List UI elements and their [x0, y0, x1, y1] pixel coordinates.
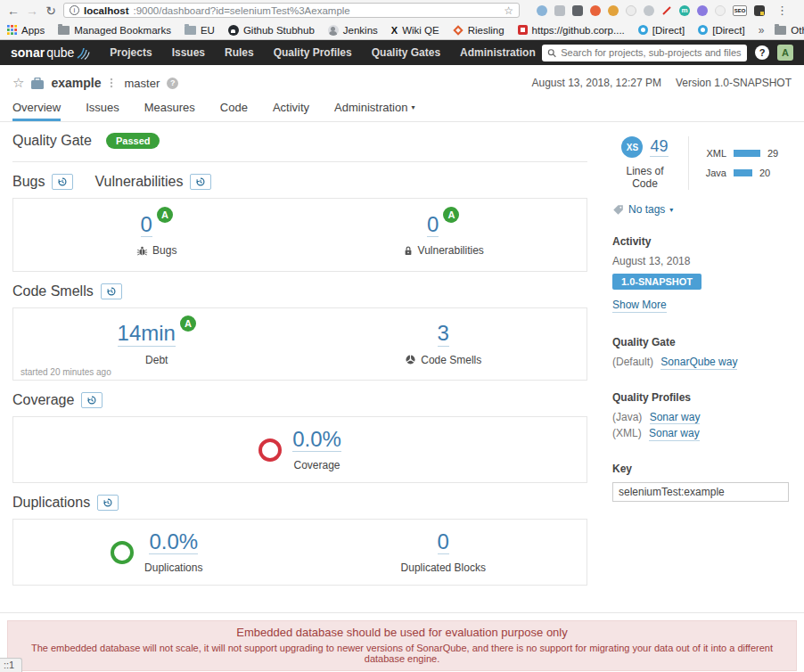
bookmark-star-icon[interactable]: ☆	[504, 4, 513, 17]
info-icon[interactable]: i	[70, 5, 79, 15]
seo-icon[interactable]: SEO	[733, 5, 747, 16]
nav-administration[interactable]: Administration	[460, 46, 536, 59]
quality-gate-link[interactable]: SonarQube way	[660, 356, 737, 370]
version-badge: 1.0-SNAPSHOT	[612, 274, 701, 290]
ext-pale-circle-icon[interactable]	[715, 5, 726, 16]
forward-icon[interactable]: →	[26, 4, 38, 17]
bookmark-managed[interactable]: Managed Bookmarks	[58, 25, 171, 36]
global-search[interactable]	[542, 45, 747, 61]
extensions-bar: m SEO	[537, 5, 765, 16]
branch-help-icon[interactable]: ?	[167, 78, 178, 89]
language-name: Java	[703, 168, 726, 178]
quality-gate-line: (Default) SonarQube way	[612, 356, 792, 370]
tab-issues[interactable]: Issues	[86, 96, 119, 121]
ext-light-circle-icon[interactable]	[626, 5, 636, 16]
analysis-meta: August 13, 2018, 12:27 PM Version 1.0-SN…	[532, 77, 792, 89]
bookmark-label: https://github.corp....	[532, 25, 625, 36]
bookmark-github-corp[interactable]: https://github.corp....	[518, 25, 625, 36]
project-name[interactable]: example	[51, 76, 101, 90]
pocket-icon[interactable]	[572, 5, 583, 16]
logo-sonar: sonar	[11, 45, 45, 60]
bookmark-riesling[interactable]: Riesling	[453, 25, 505, 36]
nav-quality-profiles[interactable]: Quality Profiles	[274, 46, 352, 59]
code-smells-value-link[interactable]: 3	[438, 322, 449, 346]
quality-gate-status-badge: Passed	[106, 133, 160, 149]
nav-projects[interactable]: Projects	[110, 46, 152, 59]
ext-purple-hex-icon[interactable]	[697, 5, 708, 16]
tab-code[interactable]: Code	[220, 96, 248, 121]
key-heading: Key	[612, 463, 792, 475]
tab-measures[interactable]: Measures	[144, 96, 195, 121]
browser-menu-icon[interactable]: ⋮	[776, 4, 788, 17]
bugs-value-link[interactable]: 0	[141, 213, 152, 237]
coverage-value-link[interactable]: 0.0%	[292, 428, 341, 452]
coverage-card: 0.0% Coverage	[12, 416, 587, 483]
tab-activity[interactable]: Activity	[273, 96, 309, 121]
bookmarks-bar: Apps Managed Bookmarks EU Github Stubhub…	[0, 20, 804, 39]
back-icon[interactable]: ←	[7, 4, 20, 17]
bugs-history-button[interactable]	[52, 174, 73, 190]
bookmark-github-stubhub[interactable]: Github Stubhub	[228, 25, 315, 36]
bookmarks-overflow-icon[interactable]: »	[759, 24, 765, 37]
vulnerabilities-history-button[interactable]	[190, 174, 211, 190]
bookmark-eu[interactable]: EU	[185, 25, 215, 36]
nav-issues[interactable]: Issues	[172, 46, 205, 59]
activity-heading: Activity	[612, 235, 792, 248]
code-smells-label-text: Code Smells	[421, 354, 481, 366]
sonarqube-logo[interactable]: sonarqube	[11, 45, 92, 60]
pen-icon[interactable]	[661, 5, 672, 16]
favorite-star-icon[interactable]: ☆	[12, 75, 24, 91]
nav-quality-gates[interactable]: Quality Gates	[372, 46, 440, 59]
nav-rules[interactable]: Rules	[225, 46, 254, 59]
search-input[interactable]	[561, 47, 742, 58]
duplications-section-header: Duplications	[12, 495, 587, 511]
language-value: 20	[759, 168, 770, 178]
language-value: 29	[767, 148, 778, 159]
vulnerabilities-label-text: Vulnerabilities	[418, 244, 484, 257]
bookmark-jenkins[interactable]: Jenkins	[328, 25, 378, 36]
tags-dropdown[interactable]: No tags ▾	[612, 203, 792, 216]
quality-profile-link[interactable]: Sonar way	[649, 428, 700, 441]
coverage-label-text: Coverage	[293, 459, 340, 471]
analysis-version: Version 1.0-SNAPSHOT	[676, 77, 792, 89]
code-smell-icon	[405, 354, 416, 365]
debt-label: Debt	[145, 354, 168, 366]
bookmark-apps[interactable]: Apps	[7, 25, 45, 36]
other-bookmarks[interactable]: Other Bookmarks	[775, 25, 804, 36]
reload-icon[interactable]: ↻	[45, 4, 57, 17]
language-bar	[734, 150, 760, 157]
bookmark-direct-1[interactable]: [Direct]	[638, 25, 685, 36]
duplications-history-button[interactable]	[97, 495, 119, 511]
address-bar[interactable]: i localhost :9000/dashboard?id=seleniumT…	[63, 3, 520, 18]
lines-of-code-link[interactable]: 49	[650, 137, 668, 157]
coverage-history-button[interactable]	[81, 392, 103, 408]
bookmark-direct-2[interactable]: [Direct]	[698, 25, 744, 36]
bookmark-wiki-qe[interactable]: X Wiki QE	[391, 25, 439, 36]
quality-profile-link[interactable]: Sonar way	[650, 412, 701, 425]
project-key-field[interactable]	[612, 482, 789, 502]
tab-label: Issues	[86, 101, 119, 114]
ext-teal-m-icon[interactable]: m	[679, 5, 690, 16]
show-more-link[interactable]: Show More	[612, 299, 667, 313]
code-smells-history-button[interactable]	[101, 283, 122, 299]
ext-gray-badge-icon[interactable]	[554, 5, 565, 16]
browser-toolbar: ← → ↻ i localhost :9000/dashboard?id=sel…	[0, 0, 804, 20]
size-block: XS 49 Lines of Code XML 29 Java 20	[612, 136, 792, 190]
embedded-db-warning: Embedded database should be used for eva…	[7, 620, 797, 671]
language-bar	[734, 169, 752, 176]
duplications-value-link[interactable]: 0.0%	[149, 530, 198, 554]
vulnerabilities-value-link[interactable]: 0	[427, 213, 439, 237]
duplicated-blocks-value-link[interactable]: 0	[438, 530, 449, 554]
ext-orange-circle-icon[interactable]	[590, 5, 601, 16]
ext-blue-circle-icon[interactable]	[537, 5, 547, 16]
ext-gray-circle-icon[interactable]	[644, 5, 654, 16]
tab-administration[interactable]: Administration▾	[334, 96, 414, 121]
cookie-icon[interactable]	[608, 5, 619, 16]
help-icon[interactable]: ?	[755, 45, 769, 60]
avatar[interactable]: A	[777, 45, 793, 61]
size-rating-badge: XS	[621, 136, 643, 158]
history-icon	[103, 497, 113, 508]
debt-value-link[interactable]: 14min	[118, 322, 176, 346]
ext-dark-grid-icon[interactable]	[754, 5, 765, 16]
tab-overview[interactable]: Overview	[12, 96, 61, 121]
